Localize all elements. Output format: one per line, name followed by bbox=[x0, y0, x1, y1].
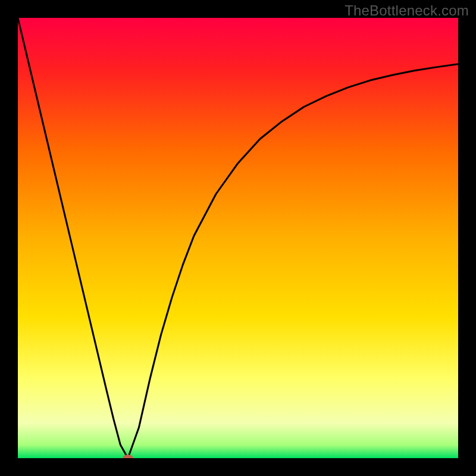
gradient-background bbox=[18, 18, 458, 458]
bottleneck-chart bbox=[18, 18, 458, 458]
watermark-text: TheBottleneck.com bbox=[345, 2, 469, 19]
chart-container: TheBottleneck.com bbox=[0, 0, 476, 476]
